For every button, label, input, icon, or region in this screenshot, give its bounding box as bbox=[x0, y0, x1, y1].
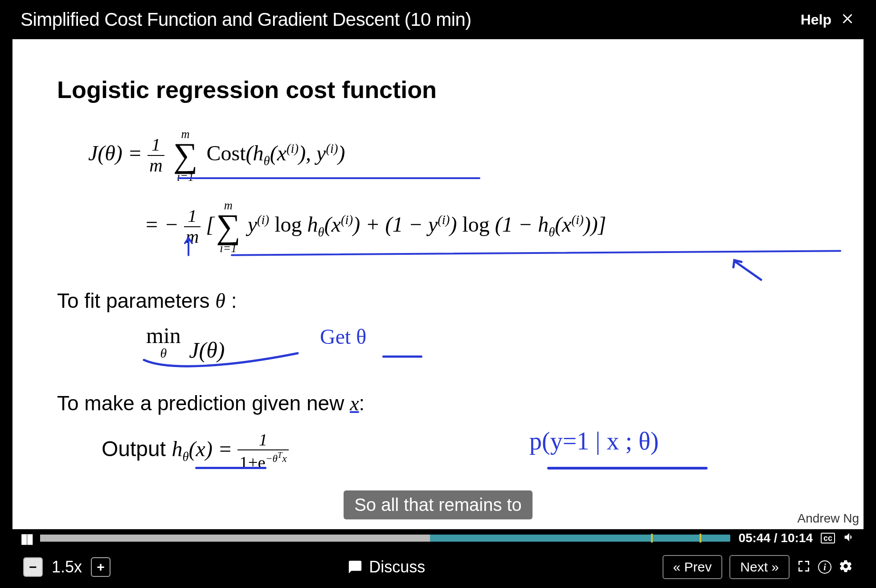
annotation-underline-1 bbox=[177, 177, 480, 179]
annotation-get-theta: Get θ bbox=[320, 324, 366, 349]
chat-icon bbox=[348, 559, 363, 575]
slide-heading: Logistic regression cost function bbox=[57, 76, 437, 103]
text-predict: To make a prediction given new x: bbox=[57, 391, 364, 415]
time-display: 05:44 / 10:14 bbox=[738, 531, 813, 545]
slide-content: Logistic regression cost function J(θ) =… bbox=[12, 39, 864, 529]
right-controls: « Prev Next » i bbox=[663, 555, 853, 579]
annotation-underline-get bbox=[382, 355, 422, 358]
formula-cost-sum: J(θ) = 1 m m ∑ i=1 Cost(hθ(x(i)), y(i)) bbox=[88, 128, 345, 183]
speed-controls: − 1.5x + bbox=[23, 557, 111, 577]
progress-bar-row: ▮▮ 05:44 / 10:14 cc bbox=[12, 529, 864, 547]
cc-toggle[interactable]: cc bbox=[821, 533, 835, 543]
speed-decrease-button[interactable]: − bbox=[23, 557, 43, 577]
annotation-arrow-up bbox=[180, 235, 197, 257]
title-bar: Simplified Cost Function and Gradient De… bbox=[12, 0, 864, 39]
annotation-swoop-min bbox=[142, 351, 302, 373]
next-button[interactable]: Next » bbox=[729, 555, 790, 579]
seek-played bbox=[40, 535, 430, 542]
help-link[interactable]: Help bbox=[801, 12, 831, 28]
prev-button[interactable]: « Prev bbox=[663, 555, 723, 579]
annotation-arrow-nw bbox=[730, 257, 765, 284]
video-player-window: Simplified Cost Function and Gradient De… bbox=[12, 0, 864, 588]
speed-value: 1.5x bbox=[52, 558, 82, 576]
volume-icon[interactable] bbox=[843, 531, 856, 545]
seek-chapter-mark bbox=[651, 534, 653, 543]
seek-track[interactable] bbox=[40, 535, 730, 542]
info-icon[interactable]: i bbox=[818, 560, 831, 574]
text-fit-parameters: To fit parameters θ : bbox=[57, 289, 237, 313]
close-icon[interactable] bbox=[839, 11, 856, 29]
subtitle-caption: So all that remains to bbox=[344, 490, 532, 519]
gear-icon[interactable] bbox=[839, 559, 853, 575]
seek-chapter-mark bbox=[700, 534, 701, 543]
pause-button[interactable]: ▮▮ bbox=[20, 531, 32, 546]
annotation-probability: p(y=1 | x ; θ) bbox=[529, 427, 659, 455]
formula-output: Output hθ(x) = 1 1+e−θTx bbox=[102, 431, 289, 471]
annotation-underline-prob bbox=[547, 467, 708, 470]
center-controls: Discuss bbox=[117, 558, 656, 576]
formula-cost-expanded: = − 1 m [ m ∑ i=1 y(i) log hθ(x(i)) + (1… bbox=[144, 200, 606, 254]
bottom-controls: − 1.5x + Discuss « Prev Next » i bbox=[12, 549, 864, 585]
speed-increase-button[interactable]: + bbox=[91, 557, 111, 577]
annotation-underline-htheta bbox=[195, 467, 266, 469]
fullscreen-icon[interactable] bbox=[797, 559, 811, 575]
header-actions: Help bbox=[801, 11, 856, 29]
video-slide[interactable]: Logistic regression cost function J(θ) =… bbox=[12, 39, 864, 529]
slide-author: Andrew Ng bbox=[797, 511, 859, 526]
discuss-link[interactable]: Discuss bbox=[348, 558, 425, 576]
lecture-title: Simplified Cost Function and Gradient De… bbox=[20, 9, 471, 30]
